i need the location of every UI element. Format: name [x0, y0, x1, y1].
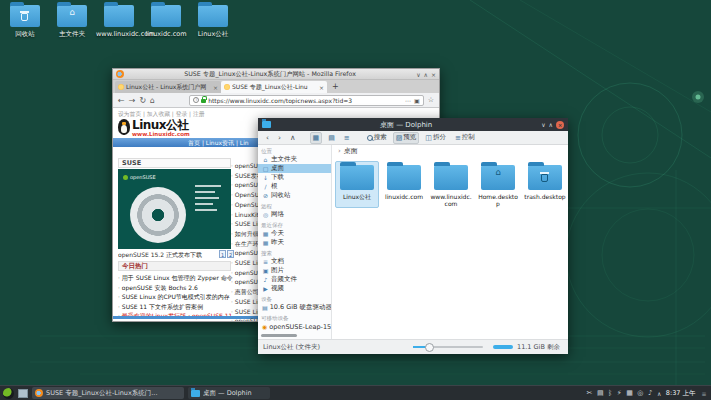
zoom-slider[interactable]	[413, 346, 483, 348]
horizontal-scrollbar[interactable]	[261, 334, 297, 337]
folder-icon	[262, 121, 271, 128]
place-videos[interactable]: ▶视频	[258, 284, 331, 293]
place-today[interactable]: ▦今天	[258, 229, 331, 238]
desktop-icon-label: Linux公社	[190, 31, 236, 38]
hot-link[interactable]: openSUSE 安装 Bochs 2.6	[118, 283, 235, 293]
reload-icon[interactable]: ↻	[139, 96, 146, 105]
desktop-icon-linux-gongshe[interactable]: Linux公社	[190, 5, 236, 38]
page-actions-icon[interactable]: ⋯	[405, 97, 411, 104]
shield-icon[interactable]: ▣	[414, 97, 420, 104]
place-desktop[interactable]: ▢桌面	[258, 164, 331, 173]
dolphin-titlebar[interactable]: 桌面 — Dolphin ∨ ∧ ×	[258, 118, 568, 131]
updates-icon[interactable]: ⚡	[617, 386, 622, 400]
file-trash-desktop[interactable]: trash.desktop	[523, 161, 567, 208]
desktop-icon-linuxidc[interactable]: linuxidc.com	[143, 5, 189, 38]
tab-linux-gongshe[interactable]: Linux公社 - Linux系统门户网 ×	[115, 81, 221, 93]
minimize-icon[interactable]: ∨	[541, 121, 545, 128]
hot-link[interactable]: 用于 SUSE Linux 包管理的 Zypper 命令	[118, 273, 235, 283]
file-linuxidc[interactable]: linuxidc.com	[382, 161, 426, 208]
new-tab-button[interactable]: +	[332, 82, 339, 91]
firefox-titlebar[interactable]: SUSE 专题_Linux公社-Linux系统门户网站 - Mozilla Fi…	[113, 69, 439, 80]
opensuse-cd-image[interactable]: openSUSE	[118, 169, 231, 249]
file-linux-gongshe[interactable]: Linux公社	[335, 161, 379, 208]
application-launcher-icon[interactable]	[3, 388, 14, 399]
place-home[interactable]: ⌂主文件夹	[258, 155, 331, 164]
close-icon[interactable]: ×	[556, 121, 564, 129]
place-harddisk[interactable]: ▤10.6 GiB 硬盘驱动器	[258, 303, 331, 312]
url-bar[interactable]: i https://www.linuxidc.com/topicnews.asp…	[189, 95, 424, 106]
forward-icon[interactable]: ›	[275, 132, 284, 144]
desktop-pager[interactable]	[18, 389, 28, 398]
site-info-icon[interactable]: i	[193, 97, 199, 103]
compact-view-button[interactable]: ▤	[325, 132, 338, 144]
notes-icon[interactable]: ▤	[597, 386, 604, 400]
maximize-icon[interactable]: ∧	[424, 71, 428, 78]
calendar-icon: ▦	[262, 239, 269, 246]
taskbar-item-firefox[interactable]: SUSE 专题_Linux公社-Linux系统门...	[32, 387, 184, 399]
tab-suse-topic[interactable]: SUSE 专题_Linux公社-Linu ×	[221, 81, 327, 93]
back-icon[interactable]: ‹	[263, 132, 272, 144]
control-button[interactable]: ≡ 控制	[452, 132, 478, 144]
minimize-icon[interactable]: ∨	[416, 71, 420, 78]
penguin-logo-icon	[118, 119, 130, 135]
file-label: trash.desktop	[524, 193, 566, 200]
system-tray: ✂ ▤ ᛒ ⚡ ▦ ◎ ♪ ∧ 8:37 上午 ≡	[587, 386, 708, 400]
details-view-button[interactable]: ≡	[341, 132, 353, 144]
tab-close-icon[interactable]: ×	[319, 84, 324, 91]
place-dvd[interactable]: ◉openSUSE-Leap-15.1-DVD	[258, 322, 331, 331]
bookmark-star-icon[interactable]: ☆	[428, 96, 434, 104]
place-yesterday[interactable]: ▦昨天	[258, 238, 331, 247]
pager-1[interactable]: 1	[219, 250, 226, 258]
dvd-icon: ◉	[262, 323, 267, 330]
folder-icon	[104, 5, 134, 27]
place-network[interactable]: ◎网络	[258, 210, 331, 219]
taskbar-item-dolphin[interactable]: 桌面 — Dolphin	[188, 387, 270, 399]
file-label: www.linuxidc.com	[430, 193, 472, 207]
tab-close-icon[interactable]: ×	[213, 84, 218, 91]
desktop: 回收站 ⌂ 主文件夹 www.linuxidc.com linuxidc.com…	[0, 0, 711, 400]
search-button[interactable]: 搜索	[364, 132, 390, 144]
place-documents[interactable]: ≡文档	[258, 257, 331, 266]
cd-text-line	[195, 209, 217, 211]
icons-view-button[interactable]: ▦	[310, 132, 323, 144]
geeko-icon	[123, 175, 128, 180]
hot-link[interactable]: SUSE Linux 的CPU节电模式引发的内存	[118, 292, 235, 302]
place-images[interactable]: ▣图片	[258, 266, 331, 275]
breadcrumb-desktop[interactable]: 桌面	[344, 146, 358, 156]
split-button[interactable]: ◫ 拆分	[422, 132, 449, 144]
url-text[interactable]: https://www.linuxidc.com/topicnews.aspx?…	[208, 97, 403, 104]
places-header: 设备	[258, 293, 331, 303]
site-logo[interactable]: Linux公社 www.Linuxidc.com	[118, 119, 190, 137]
hot-section-header: 今日热门	[118, 261, 231, 271]
back-icon[interactable]: ←	[118, 96, 125, 105]
panel-toggle-icon[interactable]: ≡	[700, 390, 708, 397]
clock[interactable]: 8:37 上午	[666, 389, 696, 398]
tray-expand-icon[interactable]: ∧	[657, 390, 661, 397]
desktop-icon-www-linuxidc[interactable]: www.linuxidc.com	[96, 5, 142, 38]
up-icon[interactable]: ∧	[287, 132, 299, 144]
place-trash[interactable]: ⊘回收站	[258, 191, 331, 200]
document-icon: ≡	[262, 258, 269, 265]
place-root[interactable]: ∕根	[258, 182, 331, 191]
hot-link[interactable]: SUSE 11 下文件系统扩容案例	[118, 302, 235, 312]
maximize-icon[interactable]: ∧	[549, 121, 553, 128]
file-www-linuxidc[interactable]: www.linuxidc.com	[429, 161, 473, 208]
klipper-icon[interactable]: ✂	[587, 386, 593, 400]
zoom-slider-handle[interactable]	[425, 343, 434, 352]
breadcrumb[interactable]: › 桌面	[333, 145, 568, 157]
preview-button[interactable]: ▨ 预览	[393, 132, 420, 144]
network-icon[interactable]: ◎	[637, 386, 643, 400]
display-icon[interactable]: ▦	[626, 386, 633, 400]
forward-icon[interactable]: →	[129, 96, 136, 105]
home-icon[interactable]: ⌂	[150, 96, 155, 105]
close-icon[interactable]: ×	[431, 71, 436, 78]
file-home-desktop[interactable]: ⌂ Home.desktop	[476, 161, 520, 208]
volume-icon[interactable]: ♪	[648, 386, 652, 400]
desktop-icon-trash[interactable]: 回收站	[2, 5, 48, 38]
place-downloads[interactable]: ↓下载	[258, 173, 331, 182]
cd-caption-link[interactable]: openSUSE 15.2 正式发布下载	[118, 251, 231, 260]
desktop-icon-home[interactable]: ⌂ 主文件夹	[49, 5, 95, 38]
bluetooth-icon[interactable]: ᛒ	[608, 386, 612, 400]
free-space-text: 11.1 GiB 剩余	[517, 343, 560, 352]
place-audio[interactable]: ♪音频文件	[258, 275, 331, 284]
